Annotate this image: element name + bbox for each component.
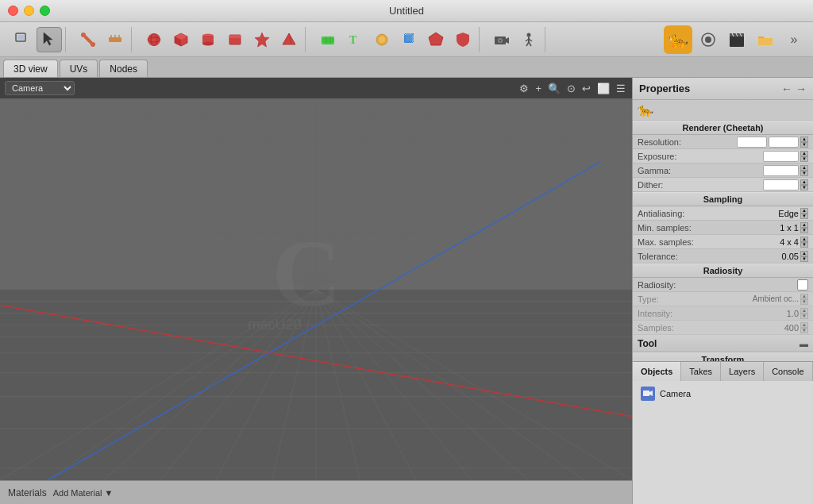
samp-down[interactable]: ▼ [800,328,808,333]
res-up[interactable]: ▲ [800,137,808,142]
dither-label: Dither: [638,180,709,190]
int-down[interactable]: ▼ [800,314,808,319]
aa-up[interactable]: ▲ [800,208,808,214]
tab-takes[interactable]: Takes [681,362,721,381]
bottom-tabs: Objects Takes Layers Console [633,362,813,381]
max-samples-value: 4 x 4 [780,237,799,247]
maxs-down[interactable]: ▼ [800,242,808,248]
scene-camera-item[interactable]: Camera [636,384,810,403]
shield-button[interactable] [450,27,476,52]
spline-tool-group: T [312,27,480,52]
right-panel: Properties ← → 🐆 Renderer (Cheetah) Reso… [632,78,813,504]
svg-text:T: T [349,34,357,46]
measure-icon[interactable] [102,27,128,52]
sphere-button[interactable] [141,27,167,52]
vp-lock-icon[interactable]: ⬜ [595,81,611,96]
text-button[interactable]: T [342,27,368,52]
dither-row: Dither: 0.001 ▲▼ [633,178,813,192]
toolbar-right: 🐆 » [664,25,807,54]
type-label: Type: [638,294,709,304]
plane-button[interactable] [315,27,341,52]
circle-button[interactable] [369,27,395,52]
svg-point-31 [379,37,385,43]
tab-layers[interactable]: Layers [721,362,764,381]
antialiasing-row: Antialiasing: Edge ▲▼ [633,206,813,221]
figure-button[interactable] [516,27,541,52]
maxs-up[interactable]: ▲ [800,237,808,242]
exp-up[interactable]: ▲ [800,151,808,156]
exp-down[interactable]: ▼ [800,156,808,162]
resolution-h-input[interactable]: 480 [769,137,799,148]
folder-button[interactable] [753,27,778,52]
tolerance-label: Tolerance: [638,252,709,261]
more-button[interactable]: » [781,27,807,52]
vp-menu-icon[interactable]: ☰ [615,81,627,96]
main-area: CameraPerspectiveFrontTopRight ⚙ + 🔍 ⊙ ↩… [0,78,813,504]
box-button[interactable] [222,27,248,52]
mins-down[interactable]: ▼ [800,228,808,233]
bone-icon[interactable] [75,27,101,52]
int-up[interactable]: ▲ [800,308,808,314]
add-material-button[interactable]: Add Material ▼ [53,488,114,498]
viewport: CameraPerspectiveFrontTopRight ⚙ + 🔍 ⊙ ↩… [0,78,632,504]
primitive-tool-group [138,27,306,52]
res-down[interactable]: ▼ [800,142,808,148]
svg-marker-22 [283,33,295,44]
close-button[interactable] [8,6,18,16]
vp-settings-icon[interactable]: ⚙ [518,81,530,96]
svg-rect-5 [83,34,94,44]
rectangle-select-button[interactable] [10,27,35,52]
cheetah-icon[interactable]: 🐆 [664,25,692,54]
cylinder-button[interactable] [195,27,221,52]
tolerance-row: Tolerance: 0.05 ▲▼ [633,249,813,264]
tab-nodes[interactable]: Nodes [99,60,148,77]
dit-down[interactable]: ▼ [800,185,808,190]
resolution-row: Resolution: 640 480 ▲▼ [633,135,813,149]
samp-up[interactable]: ▲ [800,322,808,328]
svg-text:macU20: macU20 [248,317,302,333]
maximize-button[interactable] [40,6,50,16]
type-up[interactable]: ▲ [800,294,808,299]
properties-title: Properties [639,83,690,94]
render-button[interactable] [695,27,721,52]
radiosity-checkbox[interactable] [797,279,808,290]
mins-up[interactable]: ▲ [800,222,808,228]
radiosity-section-title: Radiosity [633,264,813,278]
vp-zoom-icon[interactable]: 🔍 [546,81,562,96]
nav-forward[interactable]: → [796,83,807,95]
camera-button[interactable] [489,27,514,52]
dit-up[interactable]: ▲ [800,179,808,185]
tab-objects[interactable]: Objects [633,362,681,381]
extrude-button[interactable] [396,27,422,52]
vp-add-icon[interactable]: + [534,81,543,96]
exposure-row: Exposure: 1.0 ▲▼ [633,149,813,164]
pointer-button[interactable] [37,27,62,52]
tab-uvs[interactable]: UVs [60,60,98,77]
vp-camera2-icon[interactable]: ↩ [580,81,592,96]
exposure-input[interactable]: 1.0 [763,151,799,162]
subdiv-button[interactable] [423,27,449,52]
tool-collapse-icon[interactable]: ▬ [800,339,808,348]
tab-3dview[interactable]: 3D view [3,60,58,77]
minimize-button[interactable] [24,6,34,16]
nav-back[interactable]: ← [781,83,792,95]
dither-input[interactable]: 0.001 [763,179,799,190]
tol-up[interactable]: ▲ [800,251,808,256]
gam-up[interactable]: ▲ [800,165,808,171]
tab-console[interactable]: Console [764,362,812,381]
gam-down[interactable]: ▼ [800,171,808,176]
clapperboard-button[interactable] [724,27,749,52]
intensity-value: 1.0 [787,309,799,318]
pyramid-button[interactable] [276,27,302,52]
samples-value: 400 [784,323,799,333]
vp-fit-icon[interactable]: ⊙ [565,81,577,96]
aa-down[interactable]: ▼ [800,214,808,219]
tol-down[interactable]: ▼ [800,256,808,262]
grid-canvas: C macU20 [0,98,632,480]
star-button[interactable] [249,27,275,52]
resolution-w-input[interactable]: 640 [737,137,767,148]
camera-select[interactable]: CameraPerspectiveFrontTopRight [5,81,75,95]
gamma-input[interactable]: 1.8 [763,165,799,176]
cube-button[interactable] [168,27,194,52]
type-down[interactable]: ▼ [800,299,808,305]
